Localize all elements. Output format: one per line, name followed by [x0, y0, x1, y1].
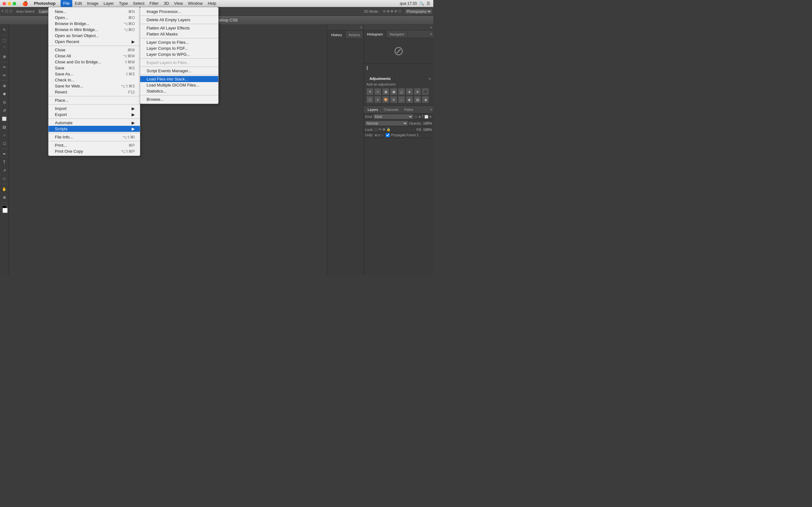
- marquee-tool[interactable]: ⬚: [1, 37, 8, 44]
- adj-hsl[interactable]: ◈: [406, 88, 413, 95]
- type-tool[interactable]: T: [1, 158, 8, 166]
- eraser-tool[interactable]: ⬜: [1, 115, 8, 123]
- scripts-load-files-stack[interactable]: Load Files into Stack...: [140, 76, 218, 82]
- adj-invert[interactable]: ⊖: [390, 96, 397, 103]
- scripts-flatten-masks[interactable]: Flatten All Masks: [140, 31, 218, 37]
- tab-navigator[interactable]: Navigator: [386, 31, 408, 38]
- scripts-statistics[interactable]: Statistics...: [140, 88, 218, 94]
- hand-tool[interactable]: ✋: [1, 185, 8, 193]
- menu-revert[interactable]: Revert F12: [49, 89, 140, 95]
- tab-history[interactable]: History: [328, 31, 345, 39]
- layers-menu-icon[interactable]: ≡: [430, 108, 432, 111]
- adj-selective-color[interactable]: ◑: [422, 96, 429, 103]
- menu-open-smart-object[interactable]: Open as Smart Object...: [49, 33, 140, 39]
- adjustments-menu-icon[interactable]: ≡: [429, 77, 431, 80]
- history-brush-tool[interactable]: ↺: [1, 107, 8, 114]
- scripts-layer-comps-pdf[interactable]: Layer Comps to PDF...: [140, 45, 218, 51]
- adj-photo-filter[interactable]: ⬡: [366, 96, 373, 103]
- scripts-export-layers[interactable]: Export Layers to Files...: [140, 60, 218, 66]
- color-swatches[interactable]: [1, 205, 8, 213]
- background-color[interactable]: [3, 208, 8, 213]
- menu-close-go-bridge[interactable]: Close and Go to Bridge... ⇧⌘W: [49, 59, 140, 65]
- menu-item-type[interactable]: Type: [116, 0, 131, 7]
- adj-levels[interactable]: ▦: [382, 88, 389, 95]
- scripts-event-manager[interactable]: Script Events Manager...: [140, 68, 218, 74]
- menu-browse-mini-bridge[interactable]: Browse in Mini Bridge... ⌥⌘O: [49, 26, 140, 33]
- menu-item-view[interactable]: View: [171, 0, 186, 7]
- menu-place[interactable]: Place...: [49, 97, 140, 103]
- scripts-browse[interactable]: Browse...: [140, 96, 218, 102]
- menu-print-one-copy[interactable]: Print One Copy ⌥⇧⌘P: [49, 148, 140, 154]
- menu-item-image[interactable]: Image: [84, 0, 101, 7]
- menu-item-help[interactable]: Help: [205, 0, 219, 7]
- menu-open-recent[interactable]: Open Recent ▶: [49, 39, 140, 45]
- adj-color-lookup[interactable]: 🎨: [382, 96, 389, 103]
- minimize-button[interactable]: [8, 2, 11, 5]
- apple-icon[interactable]: 🍎: [19, 1, 32, 6]
- lasso-tool[interactable]: ⌒: [1, 45, 8, 52]
- app-name[interactable]: Photoshop: [32, 0, 58, 7]
- adj-brightness[interactable]: ☀: [366, 88, 373, 95]
- menu-open[interactable]: Open... ⌘O: [49, 14, 140, 20]
- adj-exposure[interactable]: ▣: [390, 88, 397, 95]
- scripts-image-processor[interactable]: Image Processor...: [140, 9, 218, 14]
- scripts-layer-comps-wpg[interactable]: Layer Comps to WPG...: [140, 51, 218, 57]
- adj-colorbal[interactable]: ⊛: [414, 88, 421, 95]
- tab-histogram[interactable]: Histogram: [364, 31, 386, 38]
- adj-bw[interactable]: ⬛: [422, 88, 429, 95]
- gradient-tool[interactable]: ▤: [1, 123, 8, 131]
- menu-item-edit[interactable]: Edit: [72, 0, 84, 7]
- tab-actions[interactable]: Actions: [345, 31, 363, 39]
- menu-save-for-web[interactable]: Save for Web... ⌥⇧⌘S: [49, 83, 140, 89]
- path-select-tool[interactable]: ↗: [1, 167, 8, 174]
- menu-scripts[interactable]: Scripts ▶: [49, 126, 140, 132]
- menu-check-in[interactable]: Check In...: [49, 77, 140, 83]
- menu-save[interactable]: Save ⌘S: [49, 65, 140, 71]
- menu-new[interactable]: New... ⌘N: [49, 9, 140, 14]
- adj-channel-mixer[interactable]: ≡: [374, 96, 381, 103]
- propagate-checkbox[interactable]: [386, 133, 390, 137]
- menu-item-select[interactable]: Select: [131, 0, 147, 7]
- menu-automate[interactable]: Automate ▶: [49, 120, 140, 126]
- scripts-delete-empty-layers[interactable]: Delete All Empty Layers: [140, 17, 218, 23]
- tab-paths[interactable]: Paths: [402, 106, 416, 113]
- quick-select-tool[interactable]: ⊛: [1, 53, 8, 60]
- menu-import[interactable]: Import ▶: [49, 106, 140, 112]
- healing-tool[interactable]: ⊕: [1, 82, 8, 90]
- blur-tool[interactable]: ○: [1, 131, 8, 139]
- adj-gradient-map[interactable]: ▤: [414, 96, 421, 103]
- menu-print[interactable]: Print... ⌘P: [49, 142, 140, 148]
- move-tool[interactable]: ↖: [1, 26, 8, 34]
- menu-file-info[interactable]: File Info... ⌥⇧⌘I: [49, 134, 140, 140]
- menu-item-window[interactable]: Window: [186, 0, 205, 7]
- eyedropper-tool[interactable]: ✏: [1, 72, 8, 79]
- tab-channels[interactable]: Channels: [381, 106, 401, 113]
- menu-export[interactable]: Export ▶: [49, 112, 140, 118]
- right-expand-icon[interactable]: »: [430, 26, 432, 29]
- menu-item-filter[interactable]: Filter: [147, 0, 161, 7]
- menu-browse-bridge[interactable]: Browse in Bridge... ⌥⌘O: [49, 20, 140, 26]
- kind-dropdown[interactable]: Kind: [373, 114, 413, 119]
- tab-layers[interactable]: Layers: [365, 106, 380, 113]
- expand-icon[interactable]: »: [360, 26, 362, 29]
- menu-close[interactable]: Close ⌘W: [49, 47, 140, 53]
- zoom-tool[interactable]: ⊕: [1, 193, 8, 201]
- clone-tool[interactable]: ⊙: [1, 99, 8, 106]
- search-icon[interactable]: 🔍: [419, 1, 424, 6]
- crop-tool[interactable]: ✂: [1, 63, 8, 71]
- adj-posterize[interactable]: ⬦: [398, 96, 405, 103]
- dodge-tool[interactable]: ⬡: [1, 140, 8, 147]
- histogram-menu-icon[interactable]: ≡: [429, 32, 433, 36]
- scripts-layer-comps-files[interactable]: Layer Comps to Files...: [140, 39, 218, 45]
- maximize-button[interactable]: [13, 2, 16, 5]
- shape-tool[interactable]: □: [1, 175, 8, 182]
- blend-mode-dropdown[interactable]: Normal: [365, 121, 408, 126]
- scripts-flatten-effects[interactable]: Flatten All Layer Effects: [140, 25, 218, 31]
- brush-tool[interactable]: ✱: [1, 90, 8, 98]
- menu-save-as[interactable]: Save As... ⇧⌘S: [49, 71, 140, 77]
- adj-vibrance[interactable]: △: [398, 88, 405, 95]
- menu-item-layer[interactable]: Layer: [101, 0, 116, 7]
- workspace-dropdown[interactable]: Photography: [405, 9, 432, 14]
- pen-tool[interactable]: ✒: [1, 150, 8, 158]
- menu-close-all[interactable]: Close All ⌥⌘W: [49, 53, 140, 59]
